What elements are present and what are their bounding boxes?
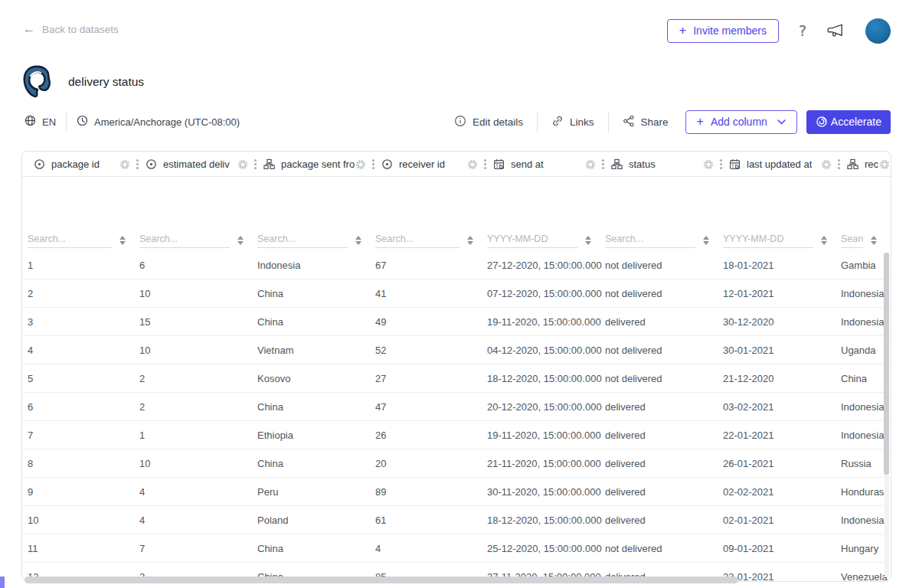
table-cell: 11 — [28, 543, 139, 554]
filter-input-last-updated-at[interactable] — [723, 232, 813, 248]
table-row[interactable]: 315China4919-11-2020, 15:00:00.000delive… — [22, 308, 891, 336]
add-column-button[interactable]: + Add column — [685, 110, 797, 134]
share-button[interactable]: Share — [620, 115, 672, 129]
column-header-package-id[interactable]: package id — [28, 152, 139, 177]
kebab-menu-icon[interactable] — [838, 159, 840, 169]
gear-icon[interactable] — [119, 158, 131, 171]
help-icon[interactable]: ? — [799, 22, 806, 39]
table-cell: 21-11-2020, 15:00:00.000 — [487, 458, 605, 469]
info-icon — [454, 115, 466, 129]
accelerate-button[interactable]: Accelerate — [806, 110, 891, 134]
table-row[interactable]: 210China4107-12-2020, 15:00:00.000not de… — [22, 279, 891, 308]
table-cell: 18-01-2021 — [723, 260, 841, 271]
gear-icon[interactable] — [466, 158, 479, 171]
column-header-receiver[interactable]: receiver — [841, 152, 891, 177]
table-row[interactable]: 16Indonesia6727-12-2020, 15:00:00.000not… — [22, 251, 891, 279]
table-cell: 19-11-2020, 15:00:00.000 — [487, 316, 605, 328]
sort-icon[interactable] — [703, 236, 709, 245]
language-selector[interactable]: EN — [25, 115, 56, 129]
table-cell: Indonesia — [841, 514, 891, 526]
sort-icon[interactable] — [871, 236, 877, 245]
gear-icon[interactable] — [878, 158, 891, 171]
data-table: package idestimated delivpackage sent fr… — [21, 151, 891, 582]
table-row[interactable]: 810China2021-11-2020, 15:00:00.000delive… — [22, 449, 891, 478]
column-label: package sent fro — [281, 158, 355, 170]
vertical-scrollbar-thumb[interactable] — [884, 253, 889, 475]
table-cell: not delivered — [605, 345, 723, 356]
postgresql-logo-icon — [20, 64, 55, 100]
table-row[interactable]: 104Poland6118-12-2020, 15:00:00.000deliv… — [22, 506, 891, 534]
table-cell: 25-12-2020, 15:00:00.000 — [487, 543, 605, 554]
column-header-package-sent-fro[interactable]: package sent fro — [257, 152, 375, 177]
kebab-menu-icon[interactable] — [372, 159, 374, 169]
invite-members-button[interactable]: + Invite members — [667, 19, 779, 43]
gear-icon[interactable] — [237, 158, 249, 171]
table-cell: not delivered — [605, 288, 723, 299]
table-cell: 02-02-2021 — [723, 486, 841, 498]
gear-icon[interactable] — [820, 158, 832, 171]
gear-icon[interactable] — [584, 158, 597, 171]
sort-icon[interactable] — [119, 236, 126, 245]
table-cell: 12-01-2021 — [723, 288, 841, 299]
column-header-status[interactable]: status — [605, 152, 723, 177]
table-row[interactable]: 62China4720-12-2020, 15:00:00.000deliver… — [22, 393, 891, 421]
chevron-down-icon — [777, 119, 786, 125]
table-row[interactable]: 52Kosovo2718-12-2020, 15:00:00.000not de… — [22, 364, 891, 393]
table-cell: not delivered — [605, 260, 723, 271]
table-row[interactable]: 71Ethiopia2619-11-2020, 15:00:00.000deli… — [22, 421, 891, 449]
timezone-selector[interactable]: America/Anchorage (UTC-08:00) — [77, 115, 240, 129]
column-label: send at — [511, 158, 544, 170]
table-cell: Poland — [257, 514, 375, 526]
sort-icon[interactable] — [355, 236, 361, 245]
kebab-menu-icon[interactable] — [484, 159, 486, 169]
meta-row: EN America/Anchorage (UTC-08:00) — [25, 112, 240, 132]
table-cell: 49 — [375, 316, 487, 328]
table-cell: 10 — [139, 288, 257, 299]
table-cell: 26-01-2021 — [723, 458, 841, 469]
date-column-type-icon — [493, 158, 505, 170]
filter-input-send-at[interactable] — [487, 232, 577, 248]
user-avatar[interactable] — [865, 18, 891, 44]
sort-icon[interactable] — [237, 236, 244, 245]
horizontal-scrollbar-thumb[interactable] — [25, 577, 738, 583]
kebab-menu-icon[interactable] — [136, 159, 139, 169]
column-header-receiver-id[interactable]: receiver id — [375, 152, 487, 177]
clock-icon — [77, 115, 88, 129]
header-gap — [22, 177, 891, 229]
divider — [66, 113, 67, 131]
filter-input-status[interactable] — [605, 232, 695, 248]
gear-icon[interactable] — [355, 158, 367, 171]
gear-icon[interactable] — [702, 158, 715, 171]
table-row[interactable]: 117China425-12-2020, 15:00:00.000not del… — [22, 534, 891, 563]
links-button[interactable]: Links — [548, 115, 597, 129]
filter-input-package-id[interactable] — [28, 232, 112, 248]
kebab-menu-icon[interactable] — [720, 159, 722, 169]
edit-details-button[interactable]: Edit details — [451, 115, 526, 129]
table-cell: 30-12-2020 — [723, 316, 841, 328]
number-column-type-icon — [146, 158, 157, 170]
kebab-menu-icon[interactable] — [254, 159, 257, 169]
column-header-send-at[interactable]: send at — [487, 152, 605, 177]
kebab-menu-icon[interactable] — [602, 159, 604, 169]
table-cell: 30-01-2021 — [723, 345, 841, 356]
table-cell: 19-11-2020, 15:00:00.000 — [487, 430, 605, 441]
divider — [608, 111, 609, 132]
sort-icon[interactable] — [821, 236, 827, 245]
table-row[interactable]: 410Vietnam5204-12-2020, 15:00:00.000not … — [22, 336, 891, 364]
back-to-datasets-link[interactable]: ← Back to datasets — [23, 23, 119, 35]
filter-input-package-sent-fro[interactable] — [257, 232, 348, 248]
column-header-last-updated-at[interactable]: last updated at — [723, 152, 841, 177]
megaphone-icon[interactable] — [826, 22, 845, 39]
table-row[interactable]: 94Peru8930-11-2020, 15:00:00.000delivere… — [22, 478, 891, 506]
table-cell: 4 — [28, 345, 139, 356]
table-cell: Hungary — [841, 543, 891, 554]
column-header-estimated-deliv[interactable]: estimated deliv — [139, 152, 257, 177]
table-cell: 09-01-2021 — [723, 543, 841, 554]
column-label: status — [629, 158, 656, 170]
filter-input-receiver-id[interactable] — [375, 232, 460, 248]
string-column-type-icon — [847, 158, 858, 170]
filter-input-estimated-deliv[interactable] — [139, 232, 230, 248]
sort-icon[interactable] — [585, 236, 591, 245]
sort-icon[interactable] — [467, 236, 473, 245]
filter-input-receiver[interactable] — [841, 232, 863, 248]
